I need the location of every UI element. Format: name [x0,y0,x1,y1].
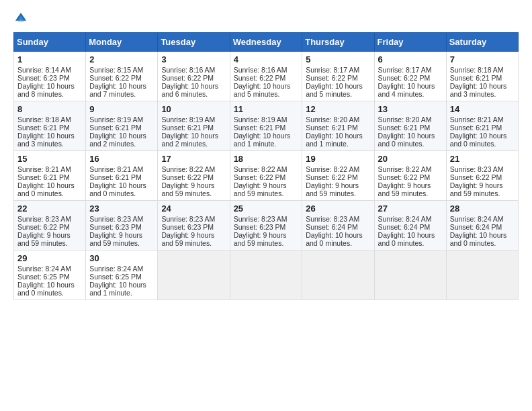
cell-info: Sunrise: 8:23 AMSunset: 6:22 PMDaylight:… [17,215,71,247]
weekday-header-row: SundayMondayTuesdayWednesdayThursdayFrid… [14,33,519,52]
cell-info: Sunrise: 8:22 AMSunset: 6:22 PMDaylight:… [306,165,359,197]
calendar-week-row: 1Sunrise: 8:14 AMSunset: 6:23 PMDaylight… [14,52,519,101]
logo-icon [13,11,28,26]
day-number: 9 [89,104,154,114]
calendar-week-row: 29Sunrise: 8:24 AMSunset: 6:25 PMDayligh… [14,250,519,300]
day-number: 6 [378,54,443,64]
calendar-cell: 29Sunrise: 8:24 AMSunset: 6:25 PMDayligh… [14,250,86,300]
calendar-cell: 9Sunrise: 8:19 AMSunset: 6:21 PMDaylight… [86,101,158,151]
calendar-week-row: 8Sunrise: 8:18 AMSunset: 6:21 PMDaylight… [14,101,519,151]
calendar-cell: 13Sunrise: 8:20 AMSunset: 6:21 PMDayligh… [374,101,446,151]
day-number: 12 [306,104,370,114]
calendar-cell: 15Sunrise: 8:21 AMSunset: 6:21 PMDayligh… [14,151,86,201]
calendar-cell: 28Sunrise: 8:24 AMSunset: 6:24 PMDayligh… [446,201,518,250]
day-number: 30 [89,253,154,263]
calendar-cell: 26Sunrise: 8:23 AMSunset: 6:24 PMDayligh… [302,201,374,250]
day-number: 23 [89,203,154,214]
day-number: 20 [378,154,443,164]
calendar-cell: 11Sunrise: 8:19 AMSunset: 6:21 PMDayligh… [230,101,302,151]
day-number: 5 [306,54,370,64]
calendar-cell [374,250,446,300]
calendar-cell: 7Sunrise: 8:18 AMSunset: 6:21 PMDaylight… [446,52,518,101]
weekday-header-wednesday: Wednesday [230,33,302,52]
calendar-cell: 6Sunrise: 8:17 AMSunset: 6:22 PMDaylight… [374,52,446,101]
day-number: 4 [234,54,299,64]
cell-info: Sunrise: 8:23 AMSunset: 6:23 PMDaylight:… [234,215,287,247]
weekday-header-friday: Friday [374,33,446,52]
cell-info: Sunrise: 8:19 AMSunset: 6:21 PMDaylight:… [234,116,291,148]
cell-info: Sunrise: 8:23 AMSunset: 6:24 PMDaylight:… [306,215,363,247]
calendar-cell: 10Sunrise: 8:19 AMSunset: 6:21 PMDayligh… [158,101,230,151]
day-number: 7 [450,54,515,64]
calendar-cell: 27Sunrise: 8:24 AMSunset: 6:24 PMDayligh… [374,201,446,250]
day-number: 17 [161,154,226,164]
cell-info: Sunrise: 8:14 AMSunset: 6:23 PMDaylight:… [17,66,75,98]
day-number: 3 [161,54,226,64]
day-number: 2 [89,54,154,64]
calendar-cell: 16Sunrise: 8:21 AMSunset: 6:21 PMDayligh… [86,151,158,201]
day-number: 26 [306,203,370,214]
calendar-week-row: 15Sunrise: 8:21 AMSunset: 6:21 PMDayligh… [14,151,519,201]
cell-info: Sunrise: 8:20 AMSunset: 6:21 PMDaylight:… [378,116,435,148]
day-number: 18 [234,154,299,164]
calendar-cell: 4Sunrise: 8:16 AMSunset: 6:22 PMDaylight… [230,52,302,101]
day-number: 21 [450,154,515,164]
day-number: 8 [17,104,82,114]
cell-info: Sunrise: 8:24 AMSunset: 6:24 PMDaylight:… [450,215,507,247]
cell-info: Sunrise: 8:18 AMSunset: 6:21 PMDaylight:… [450,66,507,98]
calendar-cell [446,250,518,300]
cell-info: Sunrise: 8:23 AMSunset: 6:23 PMDaylight:… [89,215,143,247]
day-number: 11 [234,104,299,114]
day-number: 16 [89,154,154,164]
cell-info: Sunrise: 8:23 AMSunset: 6:22 PMDaylight:… [450,165,504,197]
cell-info: Sunrise: 8:21 AMSunset: 6:21 PMDaylight:… [17,165,75,197]
cell-info: Sunrise: 8:19 AMSunset: 6:21 PMDaylight:… [161,116,218,148]
day-number: 14 [450,104,515,114]
cell-info: Sunrise: 8:22 AMSunset: 6:22 PMDaylight:… [234,165,287,197]
day-number: 22 [17,203,82,214]
weekday-header-tuesday: Tuesday [158,33,230,52]
cell-info: Sunrise: 8:17 AMSunset: 6:22 PMDaylight:… [306,66,363,98]
day-number: 10 [161,104,226,114]
calendar-cell: 19Sunrise: 8:22 AMSunset: 6:22 PMDayligh… [302,151,374,201]
day-number: 15 [17,154,82,164]
calendar-cell: 24Sunrise: 8:23 AMSunset: 6:23 PMDayligh… [158,201,230,250]
calendar-cell: 18Sunrise: 8:22 AMSunset: 6:22 PMDayligh… [230,151,302,201]
calendar-cell: 5Sunrise: 8:17 AMSunset: 6:22 PMDaylight… [302,52,374,101]
calendar-cell: 30Sunrise: 8:24 AMSunset: 6:25 PMDayligh… [86,250,158,300]
calendar-cell: 17Sunrise: 8:22 AMSunset: 6:22 PMDayligh… [158,151,230,201]
calendar-cell: 20Sunrise: 8:22 AMSunset: 6:22 PMDayligh… [374,151,446,201]
weekday-header-thursday: Thursday [302,33,374,52]
calendar-cell: 25Sunrise: 8:23 AMSunset: 6:23 PMDayligh… [230,201,302,250]
cell-info: Sunrise: 8:15 AMSunset: 6:22 PMDaylight:… [89,66,146,98]
calendar-cell: 21Sunrise: 8:23 AMSunset: 6:22 PMDayligh… [446,151,518,201]
cell-info: Sunrise: 8:16 AMSunset: 6:22 PMDaylight:… [234,66,291,98]
weekday-header-monday: Monday [86,33,158,52]
cell-info: Sunrise: 8:24 AMSunset: 6:25 PMDaylight:… [89,265,146,297]
calendar-cell [158,250,230,300]
cell-info: Sunrise: 8:19 AMSunset: 6:21 PMDaylight:… [89,116,146,148]
cell-info: Sunrise: 8:24 AMSunset: 6:24 PMDaylight:… [378,215,435,247]
calendar-table: SundayMondayTuesdayWednesdayThursdayFrid… [13,32,519,300]
day-number: 13 [378,104,443,114]
calendar-cell: 22Sunrise: 8:23 AMSunset: 6:22 PMDayligh… [14,201,86,250]
calendar-cell: 3Sunrise: 8:16 AMSunset: 6:22 PMDaylight… [158,52,230,101]
cell-info: Sunrise: 8:16 AMSunset: 6:22 PMDaylight:… [161,66,218,98]
cell-info: Sunrise: 8:22 AMSunset: 6:22 PMDaylight:… [161,165,215,197]
cell-info: Sunrise: 8:21 AMSunset: 6:21 PMDaylight:… [450,116,507,148]
logo [13,11,31,26]
cell-info: Sunrise: 8:20 AMSunset: 6:21 PMDaylight:… [306,116,363,148]
weekday-header-sunday: Sunday [14,33,86,52]
calendar-cell [302,250,374,300]
day-number: 19 [306,154,370,164]
calendar-cell: 1Sunrise: 8:14 AMSunset: 6:23 PMDaylight… [14,52,86,101]
day-number: 24 [161,203,226,214]
calendar-cell: 23Sunrise: 8:23 AMSunset: 6:23 PMDayligh… [86,201,158,250]
cell-info: Sunrise: 8:17 AMSunset: 6:22 PMDaylight:… [378,66,435,98]
day-number: 28 [450,203,515,214]
weekday-header-saturday: Saturday [446,33,518,52]
cell-info: Sunrise: 8:18 AMSunset: 6:21 PMDaylight:… [17,116,75,148]
calendar-week-row: 22Sunrise: 8:23 AMSunset: 6:22 PMDayligh… [14,201,519,250]
calendar-cell: 12Sunrise: 8:20 AMSunset: 6:21 PMDayligh… [302,101,374,151]
calendar-cell: 2Sunrise: 8:15 AMSunset: 6:22 PMDaylight… [86,52,158,101]
